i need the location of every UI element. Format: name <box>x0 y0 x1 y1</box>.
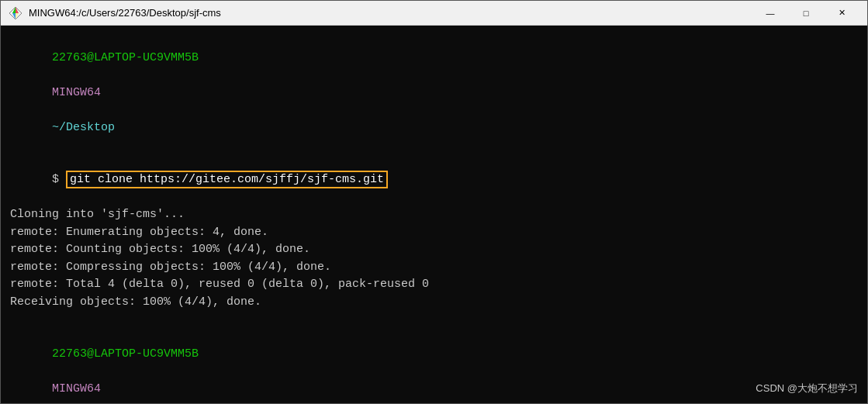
command-line-1: $ git clone https://gitee.com/sjffj/sjf-… <box>10 154 858 207</box>
prompt-user-1: 22763@LAPTOP-UC9VMM5B <box>52 51 199 64</box>
app-icon <box>9 6 22 20</box>
maximize-button[interactable]: □ <box>788 1 824 26</box>
output-enum: remote: Enumerating objects: 4, done. <box>10 224 858 242</box>
prompt-space-1 <box>52 68 59 81</box>
title-bar-left: MINGW64:/c/Users/22763/Desktop/sjf-cms <box>9 6 221 20</box>
dollar-1: $ <box>52 173 66 186</box>
prompt-space-3 <box>52 365 59 378</box>
window-title: MINGW64:/c/Users/22763/Desktop/sjf-cms <box>29 7 221 19</box>
minimize-button[interactable]: — <box>752 1 788 26</box>
blank-line-1 <box>10 311 858 329</box>
output-count: remote: Counting objects: 100% (4/4), do… <box>10 241 858 259</box>
prompt-path-1: ~/Desktop <box>52 121 115 134</box>
prompt-user-2: 22763@LAPTOP-UC9VMM5B <box>52 347 199 361</box>
title-bar-controls: — □ ✕ <box>752 1 859 26</box>
prompt-space-2 <box>52 103 59 116</box>
prompt-space-4 <box>52 400 59 404</box>
prompt-mingw-1: MINGW64 <box>52 86 101 99</box>
prompt-line-2: 22763@LAPTOP-UC9VMM5B MINGW64 ~/Desktop <box>10 329 858 404</box>
terminal-body: 22763@LAPTOP-UC9VMM5B MINGW64 ~/Desktop … <box>1 26 867 403</box>
close-button[interactable]: ✕ <box>824 1 859 26</box>
output-compress: remote: Compressing objects: 100% (4/4),… <box>10 259 858 277</box>
prompt-mingw-2: MINGW64 <box>52 382 101 395</box>
watermark: CSDN @大炮不想学习 <box>756 382 858 395</box>
prompt-line-1: 22763@LAPTOP-UC9VMM5B MINGW64 ~/Desktop <box>10 32 858 154</box>
title-bar: MINGW64:/c/Users/22763/Desktop/sjf-cms —… <box>1 1 867 26</box>
output-cloning: Cloning into 'sjf-cms'... <box>10 206 858 224</box>
git-clone-cmd: git clone https://gitee.com/sjffj/sjf-cm… <box>66 171 388 188</box>
output-total: remote: Total 4 (delta 0), reused 0 (del… <box>10 276 858 294</box>
output-receiving: Receiving objects: 100% (4/4), done. <box>10 294 858 312</box>
window: MINGW64:/c/Users/22763/Desktop/sjf-cms —… <box>0 0 868 404</box>
